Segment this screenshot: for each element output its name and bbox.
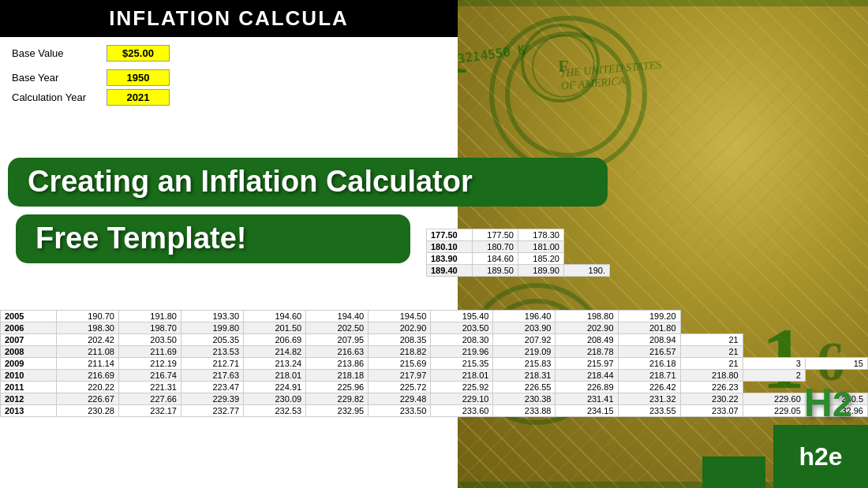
year-cell: 2013	[1, 405, 57, 417]
title-bar: INFLATION CALCULA	[0, 0, 458, 37]
data-cell: 211.14	[56, 358, 118, 370]
data-cell: 215.35	[431, 358, 493, 370]
data-cell: 213.24	[244, 358, 306, 370]
data-cell: 196.40	[493, 311, 556, 322]
base-value-field[interactable]: $25.00	[107, 45, 170, 61]
data-cell: 208.30	[431, 334, 493, 346]
data-cell: 218.82	[369, 346, 431, 358]
data-cell: 218.44	[556, 370, 618, 382]
base-year-field[interactable]: 1950	[107, 69, 170, 86]
data-cell: 21	[680, 334, 743, 346]
data-cell: 226.23	[680, 382, 743, 393]
data-cell: 206.69	[244, 334, 306, 346]
data-cell: 233.07	[680, 405, 743, 417]
table-row: 2011220.22221.31223.47224.91225.96225.72…	[1, 382, 868, 393]
data-cell: 219.96	[431, 346, 493, 358]
data-cell: 208.49	[556, 334, 618, 346]
data-cell: 225.92	[431, 382, 493, 393]
banner-inner-1: Creating an Inflation Calculator	[8, 158, 608, 207]
data-cell: 219.09	[493, 346, 556, 358]
data-cell: 202.90	[369, 322, 431, 334]
data-cell: 225.72	[369, 382, 431, 393]
calc-year-field[interactable]: 2021	[107, 89, 170, 106]
partial-cell: 189.50	[473, 265, 518, 277]
data-cell: 198.30	[56, 322, 118, 334]
data-cell: 3	[743, 358, 805, 370]
data-cell: 221.31	[118, 382, 181, 393]
table-row: 2008211.08211.69213.53214.82216.63218.82…	[1, 346, 868, 358]
table-row: 177.50 177.50 178.30	[427, 229, 610, 241]
data-cell: 233.50	[369, 405, 431, 417]
data-cell: 194.50	[369, 311, 431, 322]
data-cell: 234.15	[556, 405, 618, 417]
data-cell: 217.97	[369, 370, 431, 382]
data-cell: 213.86	[306, 358, 369, 370]
table-row: 2012226.67227.66229.39230.09229.82229.48…	[1, 393, 868, 405]
data-cell: 227.66	[118, 393, 181, 405]
data-cell: 195.40	[431, 311, 493, 322]
year-cell: 2008	[1, 346, 57, 358]
data-cell: 203.90	[493, 322, 556, 334]
table-row: 2013230.28232.17232.77232.53232.95233.50…	[1, 405, 868, 417]
data-cell: 216.69	[56, 370, 118, 382]
main-data-table: 2005190.70191.80193.30194.60194.40194.50…	[0, 310, 868, 417]
data-cell: 223.47	[181, 382, 243, 393]
data-cell: 218.01	[244, 370, 306, 382]
year-cell: 2006	[1, 322, 57, 334]
data-cell: 211.08	[56, 346, 118, 358]
data-cell: 212.71	[181, 358, 243, 370]
data-cell: 226.55	[493, 382, 556, 393]
data-cell: 229.39	[181, 393, 243, 405]
table-row: 183.90 184.60 185.20	[427, 253, 610, 265]
data-cell: 15	[805, 358, 867, 370]
partial-cell: 177.50	[427, 229, 473, 241]
data-cell: 21	[680, 346, 743, 358]
partial-cell: 178.30	[518, 229, 564, 241]
data-cell: 229.60	[743, 393, 805, 405]
data-cell: 226.42	[618, 382, 680, 393]
data-cell: 224.91	[244, 382, 306, 393]
data-cell: 218.18	[306, 370, 369, 382]
bill-border-top	[426, 0, 868, 6]
data-cell: 233.55	[618, 405, 680, 417]
partial-cell: 189.90	[518, 265, 564, 277]
data-cell: 21	[680, 358, 743, 370]
base-year-label: Base Year	[12, 72, 107, 84]
data-cell: 230.28	[56, 405, 118, 417]
data-cell: 217.63	[181, 370, 243, 382]
year-cell: 2005	[1, 311, 57, 322]
banner-subtitle: Free Template!	[36, 222, 246, 255]
data-cell: 208.94	[618, 334, 680, 346]
data-cell: 229.48	[369, 393, 431, 405]
data-cell: 220.22	[56, 382, 118, 393]
data-cell: 218.01	[431, 370, 493, 382]
data-cell: 232.53	[244, 405, 306, 417]
banner-title: Creating an Inflation Calculator	[28, 165, 473, 198]
h2-letter: H	[804, 381, 832, 425]
data-cell: 194.60	[244, 311, 306, 322]
data-cell: 203.50	[431, 322, 493, 334]
banner-subtitle-container: Free Template!	[0, 210, 426, 267]
partial-cell: 177.50	[473, 229, 518, 241]
data-cell: 215.69	[369, 358, 431, 370]
partial-cell: 180.10	[427, 241, 473, 253]
table-row: 2005190.70191.80193.30194.60194.40194.50…	[1, 311, 868, 322]
table-row: 189.40 189.50 189.90 190.	[427, 265, 610, 277]
data-cell: 205.35	[181, 334, 243, 346]
data-cell: 226.89	[556, 382, 618, 393]
data-cell: 229.10	[431, 393, 493, 405]
partial-data-rows: 177.50 177.50 178.30 180.10 180.70 181.0…	[426, 229, 610, 277]
h2-superscript: 2	[832, 384, 852, 424]
data-cell: 218.80	[680, 370, 743, 382]
calc-year-label: Calculation Year	[12, 91, 107, 103]
partial-cell: 185.20	[518, 253, 564, 265]
data-cell: 193.30	[181, 311, 243, 322]
partial-cell: 181.00	[518, 241, 564, 253]
partial-cell: 183.90	[427, 253, 473, 265]
data-cell: 202.50	[306, 322, 369, 334]
data-cell: 207.95	[306, 334, 369, 346]
base-year-row: Base Year 1950	[12, 69, 446, 86]
data-cell: 229.05	[743, 405, 805, 417]
data-cell: 230.22	[680, 393, 743, 405]
year-cell: 2007	[1, 334, 57, 346]
